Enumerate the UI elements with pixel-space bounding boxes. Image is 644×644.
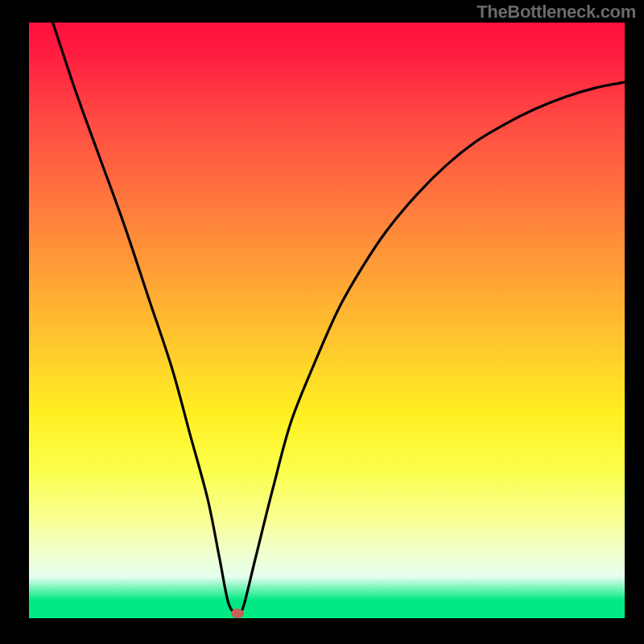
gradient-plot-area: [29, 23, 625, 618]
minimum-marker: [231, 609, 244, 618]
watermark-text: TheBottleneck.com: [477, 2, 636, 23]
chart-frame: TheBottleneck.com: [0, 0, 644, 644]
bottleneck-curve: [29, 23, 625, 618]
